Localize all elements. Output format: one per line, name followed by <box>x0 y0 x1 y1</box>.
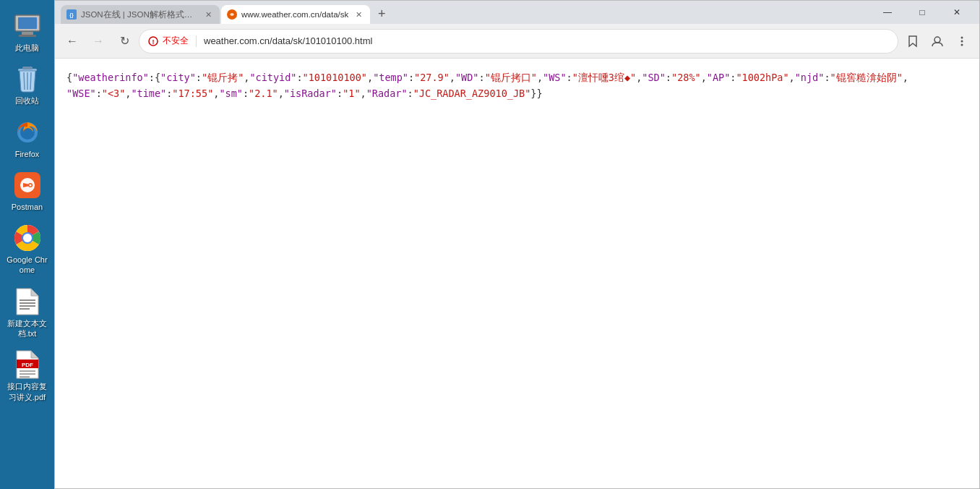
new-text-file-icon[interactable]: 新建文本文 档.txt <box>3 283 52 344</box>
security-icon: ! <box>148 36 158 46</box>
firefox-icon[interactable]: Firefox <box>3 114 52 163</box>
svg-rect-2 <box>22 32 33 35</box>
page-content: {"weatherinfo":{"city":"锟斤拷","cityid":"1… <box>55 59 979 488</box>
tab-json[interactable]: {} JSON在线 | JSON解析格式化— ✕ <box>61 5 220 24</box>
svg-text:!: ! <box>152 38 155 46</box>
pdf-notes-icon[interactable]: PDF 接口内容复 习讲义.pdf <box>3 346 52 407</box>
window-controls: — □ ✕ <box>871 1 973 23</box>
address-input[interactable] <box>204 35 889 46</box>
maximize-button[interactable]: □ <box>906 1 939 23</box>
svg-point-17 <box>23 234 32 242</box>
title-bar: {} JSON在线 | JSON解析格式化— ✕ www.weather.com <box>55 1 979 24</box>
new-tab-button[interactable]: + <box>371 4 392 24</box>
back-button[interactable]: ← <box>61 30 84 53</box>
browser-window: {} JSON在线 | JSON解析格式化— ✕ www.weather.com <box>54 0 980 489</box>
svg-line-8 <box>30 72 31 90</box>
svg-text:{}: {} <box>69 12 74 18</box>
google-chrome-icon[interactable]: Google Chrome <box>3 219 52 280</box>
close-button[interactable]: ✕ <box>940 1 973 23</box>
svg-point-34 <box>961 40 963 42</box>
recycle-bin-label: 回收站 <box>15 95 39 106</box>
tab-json-title: JSON在线 | JSON解析格式化— <box>81 9 198 20</box>
toolbar-actions <box>901 30 973 53</box>
toolbar: ← → ↻ ! 不安全 <box>55 24 979 59</box>
tab-json-close[interactable]: ✕ <box>202 9 214 20</box>
firefox-label: Firefox <box>15 149 40 159</box>
postman-icon[interactable]: Postman <box>3 166 52 216</box>
svg-point-14 <box>29 184 31 186</box>
svg-text:PDF: PDF <box>22 362 33 368</box>
new-text-file-label: 新建文本文 档.txt <box>6 318 49 339</box>
tab-weather-favicon <box>227 9 237 20</box>
this-computer-label: 此电脑 <box>15 43 39 53</box>
pdf-notes-label: 接口内容复 习讲义.pdf <box>6 381 49 402</box>
refresh-button[interactable]: ↻ <box>113 30 136 53</box>
menu-button[interactable] <box>950 30 973 53</box>
recycle-bin-icon[interactable]: 回收站 <box>3 60 52 110</box>
tab-json-favicon: {} <box>66 9 77 20</box>
security-label: 不安全 <box>163 35 189 47</box>
json-response-text: {"weatherinfo":{"city":"锟斤拷","cityid":"1… <box>66 70 968 101</box>
svg-rect-1 <box>18 17 37 29</box>
tab-weather-close[interactable]: ✕ <box>353 9 364 20</box>
google-chrome-label: Google Chrome <box>6 255 49 276</box>
profile-button[interactable] <box>926 30 949 53</box>
tab-weather[interactable]: www.weather.com.cn/data/sk ✕ <box>221 5 370 24</box>
svg-rect-3 <box>19 35 36 37</box>
svg-rect-5 <box>22 67 33 69</box>
tab-strip: {} JSON在线 | JSON解析格式化— ✕ www.weather.com <box>61 1 868 24</box>
desktop: 此电脑 回收站 <box>0 0 980 489</box>
postman-label: Postman <box>12 202 43 212</box>
desktop-icons-panel: 此电脑 回收站 <box>0 0 54 489</box>
this-computer-icon[interactable]: 此电脑 <box>3 7 52 57</box>
address-divider <box>196 35 197 47</box>
svg-line-7 <box>24 72 25 90</box>
svg-point-33 <box>961 36 963 38</box>
svg-point-35 <box>961 43 963 46</box>
address-bar[interactable]: ! 不安全 <box>139 29 898 54</box>
svg-point-32 <box>934 37 940 43</box>
minimize-button[interactable]: — <box>871 1 904 23</box>
forward-button[interactable]: → <box>87 30 110 53</box>
bookmark-button[interactable] <box>901 30 924 53</box>
tab-weather-title: www.weather.com.cn/data/sk <box>241 10 348 19</box>
